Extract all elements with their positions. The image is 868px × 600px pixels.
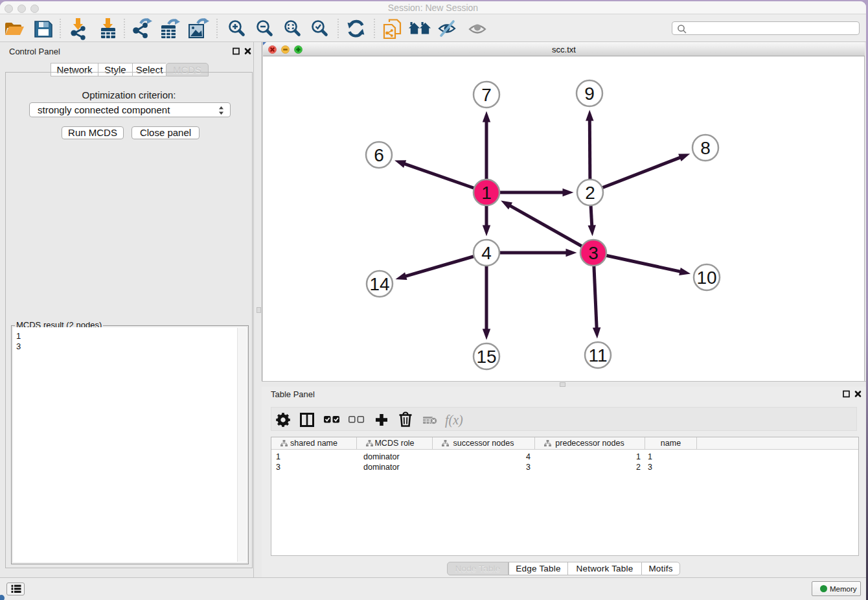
svg-text:1: 1 xyxy=(481,183,492,203)
svg-text:4: 4 xyxy=(481,243,492,263)
svg-text:6: 6 xyxy=(374,145,384,165)
svg-text:15: 15 xyxy=(476,347,496,367)
svg-text:11: 11 xyxy=(588,345,607,365)
svg-text:9: 9 xyxy=(584,84,595,104)
svg-text:2: 2 xyxy=(585,183,595,203)
svg-text:7: 7 xyxy=(481,85,492,105)
svg-text:14: 14 xyxy=(369,274,389,294)
svg-text:8: 8 xyxy=(700,138,711,158)
svg-text:10: 10 xyxy=(696,268,716,288)
svg-text:3: 3 xyxy=(588,243,599,263)
svg-text:f(x): f(x) xyxy=(445,413,463,428)
